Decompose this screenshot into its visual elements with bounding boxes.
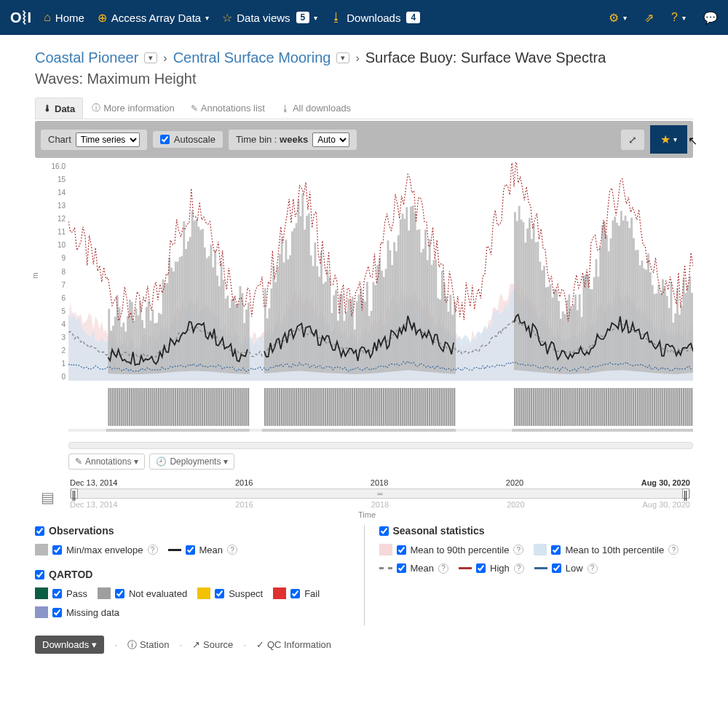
help-icon[interactable]: ? [438,563,448,574]
nav-home[interactable]: ⌂ Home [44,11,84,24]
svg-rect-134 [402,214,404,371]
breadcrumb-l1-dropdown[interactable]: ▾ [144,52,157,63]
tab-all-downloads[interactable]: ⭳All downloads [274,98,358,119]
chart-area: m 16.01514131211109876543210 [35,162,693,439]
help-icon[interactable]: ? [513,545,523,555]
nav-array-data[interactable]: ⊕ Access Array Data ▾ [98,11,209,25]
svg-rect-476 [660,388,661,426]
help-icon[interactable]: ? [227,545,237,555]
deployments-button[interactable]: 🕘Deployments ▾ [149,454,234,470]
help-icon[interactable]: ? [514,563,524,574]
time-handle-start[interactable]: ‖ [71,488,78,499]
svg-rect-67 [248,303,250,374]
svg-rect-296 [212,388,213,426]
svg-rect-423 [550,388,551,426]
observations-toggle[interactable] [35,526,44,536]
y-axis-label: m [31,272,39,278]
svg-rect-54 [221,263,223,373]
mean-toggle[interactable] [186,545,195,555]
missing-toggle[interactable] [52,608,62,617]
svg-rect-211 [620,211,622,371]
breadcrumb-l2-dropdown[interactable]: ▾ [336,52,349,63]
help-menu[interactable]: ?▾ [671,11,686,24]
svg-rect-38 [187,241,189,371]
annotations-button[interactable]: ✎Annotations ▾ [68,454,145,470]
svg-rect-213 [625,215,627,370]
calendar-icon[interactable]: ▤ [41,488,55,506]
breadcrumb-l1[interactable]: Coastal Pioneer [35,50,138,66]
fullscreen-button[interactable]: ⤢ [621,130,644,150]
p90-toggle[interactable] [397,545,406,555]
svg-rect-224 [647,253,649,372]
svg-rect-363 [366,388,368,426]
time-slider: ▤ Dec 13, 2014 2016 2018 2020 Aug 30, 20… [41,478,693,519]
share-icon[interactable]: ⇗ [644,11,654,25]
tab-annotations-list[interactable]: ✎Annotations list [183,98,272,119]
time-handle-end[interactable]: ‖ [682,488,689,499]
svg-rect-175 [545,288,547,373]
noteval-toggle[interactable] [115,589,124,598]
autoscale-checkbox[interactable] [160,135,170,144]
seasonal-label: Seasonal statistics [393,525,485,537]
svg-rect-90 [310,256,312,372]
qartod-toggle[interactable] [35,570,44,579]
svg-rect-311 [243,388,245,426]
svg-rect-57 [226,296,229,373]
nav-data-views[interactable]: ☆ Data views 5 ▾ [222,11,317,25]
save-view-button[interactable]: ★▾ [650,125,687,154]
svg-rect-421 [545,388,547,426]
station-link[interactable]: ⓘStation [127,638,169,652]
time-track[interactable]: ‖ ═ ‖ [70,488,690,499]
svg-rect-210 [618,226,620,371]
svg-rect-108 [347,298,349,373]
fail-toggle[interactable] [290,589,300,598]
help-icon[interactable]: ? [148,545,158,555]
svg-rect-389 [420,388,422,426]
svg-rect-40 [191,211,194,371]
svg-rect-85 [299,216,301,371]
help-icon[interactable]: ? [668,545,678,555]
svg-rect-58 [229,308,231,373]
svg-rect-232 [664,288,666,373]
svg-rect-384 [410,388,411,426]
chart-scrollbar[interactable] [68,442,693,449]
help-icon[interactable]: ? [587,563,598,574]
svg-rect-292 [204,388,205,426]
seasonal-toggle[interactable] [379,526,389,536]
svg-rect-71 [270,288,272,373]
svg-rect-86 [301,194,304,371]
source-link[interactable]: ↗Source [192,639,233,650]
breadcrumb-l2[interactable]: Central Surface Mooring [173,50,331,66]
svg-rect-341 [320,388,322,426]
svg-rect-287 [194,388,195,426]
minmax-toggle[interactable] [52,545,62,555]
svg-rect-265 [148,388,149,426]
svg-rect-66 [245,309,248,374]
svg-rect-240 [681,306,683,373]
settings-menu[interactable]: ⚙▾ [609,11,627,25]
svg-rect-289 [197,388,199,426]
svg-rect-352 [344,388,345,426]
svg-rect-374 [389,388,390,426]
downloads-button[interactable]: Downloads ▾ [35,636,104,654]
plot-canvas[interactable] [68,162,693,381]
tab-more-info[interactable]: ⓘMore information [84,98,182,119]
low-toggle[interactable] [552,563,561,573]
chart-type-select[interactable]: Time series [76,132,140,147]
svg-rect-227 [654,294,656,373]
svg-rect-312 [245,388,247,426]
svg-rect-152 [439,300,441,373]
p10-toggle[interactable] [551,545,561,555]
timebin-select[interactable]: Auto [312,132,349,147]
svg-rect-446 [597,388,598,426]
svg-rect-266 [150,388,151,426]
qc-link[interactable]: ✓QC Information [256,639,331,650]
nav-downloads[interactable]: ⭳ Downloads 4 [331,11,420,24]
tab-data[interactable]: 🌡Data [35,98,83,119]
svg-rect-87 [304,229,306,371]
high-toggle[interactable] [476,563,486,573]
suspect-toggle[interactable] [215,589,224,598]
smean-toggle[interactable] [397,563,406,573]
pass-toggle[interactable] [52,589,62,598]
feedback-icon[interactable]: 💬 [703,11,718,25]
